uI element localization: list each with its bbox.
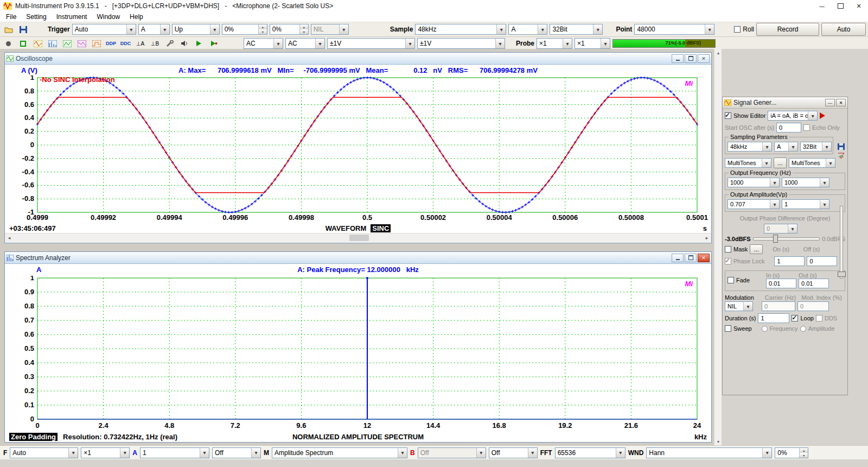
loop-checkbox[interactable] [792, 315, 798, 321]
open-file-icon[interactable] [2, 24, 15, 35]
bit-depth-select[interactable]: 32Bit [550, 24, 603, 35]
start-osc-input[interactable]: 0 [776, 123, 801, 132]
menu-file[interactable]: File [1, 13, 21, 21]
menu-window[interactable]: Window [92, 13, 125, 21]
restore-icon[interactable] [685, 54, 697, 63]
oscilloscope-hscrollbar[interactable] [5, 233, 711, 242]
scroll-up-icon[interactable] [714, 49, 722, 56]
roll-checkbox[interactable] [734, 26, 741, 33]
amplitude-a-combo[interactable]: 0.707 [727, 199, 780, 209]
mask-editor-button[interactable]: ... [750, 244, 763, 254]
a-processing-select[interactable]: Off [212, 447, 261, 458]
waveform-b-select[interactable]: MultiTones [789, 158, 835, 168]
scroll-right-icon[interactable] [703, 234, 711, 242]
fade-checkbox[interactable] [727, 277, 734, 283]
menu-setting[interactable]: Setting [21, 13, 51, 21]
spin-down-icon[interactable] [259, 29, 267, 34]
gen-sample-rate-select[interactable]: 48kHz [727, 142, 772, 152]
ddp-icon[interactable]: DDP [105, 38, 117, 49]
phase-lock-b-input[interactable]: 0 [807, 256, 837, 266]
ground-b-icon[interactable]: ⊥B [149, 38, 161, 49]
ground-a-icon[interactable]: ⊥A [134, 38, 146, 49]
sweep-checkbox[interactable] [725, 325, 731, 332]
phase-difference-select[interactable]: 0 [764, 224, 797, 234]
dds-checkbox[interactable] [816, 315, 822, 321]
phase-lock-a-input[interactable]: 1 [774, 256, 805, 266]
slider-thumb[interactable] [838, 272, 846, 277]
close-icon[interactable]: ✕ [836, 99, 846, 106]
multimeter-view-icon[interactable] [61, 38, 73, 49]
record-dot-icon[interactable] [2, 38, 15, 49]
echo-play-icon[interactable] [207, 38, 220, 49]
minimize-icon[interactable] [672, 54, 684, 63]
run-frame-icon[interactable] [17, 38, 29, 49]
roll-checkbox-group[interactable]: Roll [734, 26, 754, 33]
sample-rate-select[interactable]: 48kHz [415, 24, 506, 35]
spectrogram-view-icon[interactable] [75, 38, 88, 49]
b-gain-select[interactable]: Off [418, 447, 486, 458]
filter-icon[interactable] [838, 152, 845, 159]
spin-down-icon[interactable] [300, 29, 308, 34]
output-level-slider[interactable] [753, 237, 820, 241]
mdi-vscrollbar[interactable] [714, 49, 722, 445]
generator-play-icon[interactable] [820, 112, 825, 119]
measurement-mode-select[interactable]: Amplitude Spectrum [272, 447, 407, 458]
range-a-select[interactable]: ±1V [327, 38, 415, 49]
hscroll-thumb[interactable] [349, 235, 369, 241]
spin-up-icon[interactable] [800, 448, 808, 453]
oscilloscope-view-icon[interactable] [31, 38, 44, 49]
calibration-wrench-icon[interactable] [163, 38, 176, 49]
minimize-icon[interactable] [813, 0, 831, 12]
modulation-select[interactable]: NIL [725, 301, 753, 311]
fft-size-select[interactable]: 65536 [555, 447, 626, 458]
save-icon[interactable] [17, 24, 29, 35]
gen-channel-select[interactable]: A [774, 142, 798, 152]
restore-icon[interactable] [685, 254, 697, 262]
tone-editor-button[interactable]: ... [774, 157, 787, 168]
trigger-source-select[interactable]: A [138, 24, 170, 35]
sweep-amplitude-radio[interactable] [800, 326, 806, 332]
carrier-input[interactable]: 0 [762, 301, 795, 311]
trigger-mode-select[interactable]: Auto [72, 24, 136, 35]
mod-index-input[interactable]: 0 [797, 301, 829, 311]
sinc-badge[interactable]: SINC [371, 224, 391, 232]
sample-channel-select[interactable]: A [508, 24, 547, 35]
scroll-left-icon[interactable] [5, 234, 14, 242]
spin-down-icon[interactable] [800, 453, 808, 458]
coupling-a-select[interactable]: AC [244, 38, 283, 49]
sweep-frequency-radio[interactable] [762, 326, 768, 332]
points-select[interactable]: 48000 [634, 24, 714, 35]
show-editor-checkbox[interactable] [725, 112, 731, 119]
oscilloscope-titlebar[interactable]: Oscilloscope [5, 53, 711, 65]
data-logger-view-icon[interactable] [90, 38, 103, 49]
frequency-mode-select[interactable]: Auto [10, 447, 78, 458]
a-gain-select[interactable]: 1 [140, 447, 209, 458]
play-icon[interactable] [193, 38, 205, 49]
ddc-icon[interactable]: DDC [119, 38, 132, 49]
spectrum-titlebar[interactable]: Spectrum Analyzer [5, 252, 711, 264]
speaker-icon[interactable] [178, 38, 190, 49]
save-icon[interactable] [838, 143, 845, 150]
frequency-mult-select[interactable]: ×1 [81, 447, 130, 458]
phase-lock-checkbox[interactable] [725, 258, 731, 264]
trigger-delay-spinner[interactable]: 0% [270, 24, 309, 35]
trigger-level-spinner[interactable]: 0% [222, 24, 267, 35]
close-icon[interactable] [698, 254, 710, 262]
minimize-icon[interactable] [672, 254, 684, 262]
minimize-icon[interactable]: — [825, 99, 835, 106]
spectrum-view-icon[interactable] [46, 38, 59, 49]
probe-b-select[interactable]: ×1 [575, 38, 610, 49]
b-processing-select[interactable]: Off [489, 447, 538, 458]
fade-out-input[interactable]: 0.01 [799, 279, 829, 288]
trigger-hpf-select[interactable]: NIL [311, 24, 349, 35]
generator-volume-slider[interactable] [840, 206, 843, 279]
signal-generator-titlebar[interactable]: Signal Gener... — ✕ [723, 97, 847, 109]
duration-input[interactable]: 1 [758, 313, 789, 323]
echo-only-checkbox[interactable] [803, 124, 810, 131]
fade-in-input[interactable]: 0.01 [766, 279, 796, 288]
routing-select[interactable]: iA = oA, iB = oB [768, 111, 818, 121]
range-b-select[interactable]: ±1V [417, 38, 505, 49]
auto-button[interactable]: Auto [821, 23, 866, 36]
probe-a-select[interactable]: ×1 [537, 38, 572, 49]
waveform-a-select[interactable]: MultiTones [725, 158, 771, 168]
